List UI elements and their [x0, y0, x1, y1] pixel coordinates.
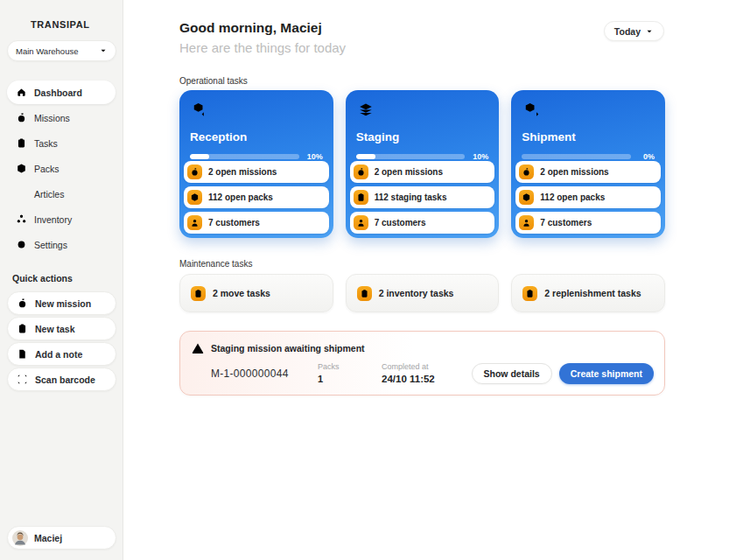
create-shipment-button[interactable]: Create shipment [559, 363, 654, 384]
stat-row-open-missions[interactable]: 2 open missions [350, 161, 495, 183]
sidebar-item-label: Tasks [34, 138, 58, 149]
replenishment-tasks-card[interactable]: 2 replenishment tasks [511, 274, 665, 312]
sidebar-nav: Dashboard Missions Tasks Packs Articles … [0, 80, 123, 256]
quick-action-label: New mission [35, 298, 91, 309]
progress-bar: 10% [356, 152, 489, 161]
stat-row-customers[interactable]: 7 customers [184, 212, 329, 234]
stat-row-open-packs[interactable]: 112 open packs [184, 186, 329, 208]
progress-track [356, 154, 466, 159]
sidebar-item-packs[interactable]: Packs [7, 157, 116, 180]
move-tasks-card[interactable]: 2 move tasks [179, 274, 333, 312]
period-selector[interactable]: Today [604, 21, 664, 41]
sidebar-item-missions[interactable]: Missions [7, 106, 116, 130]
stat-row-open-missions[interactable]: 2 open missions [515, 161, 661, 183]
user-name: Maciej [34, 533, 62, 543]
greeting-title: Good morning, Maciej [179, 20, 346, 36]
customer-icon [354, 215, 368, 230]
page-header: Good morning, Maciej Here are the things… [179, 20, 346, 55]
mission-icon [354, 164, 368, 179]
maintenance-label: 2 replenishment tasks [544, 288, 641, 298]
stat-label: 112 open packs [208, 192, 273, 202]
greeting-subtitle: Here are the things for today [179, 40, 346, 55]
sidebar-item-label: Settings [34, 240, 67, 250]
sidebar-item-inventory[interactable]: Inventory [7, 207, 116, 231]
card-title: Reception [190, 130, 323, 144]
progress-percent: 0% [637, 152, 655, 161]
stat-row-customers[interactable]: 7 customers [515, 212, 661, 234]
completed-at-value: 24/10 11:52 [382, 374, 435, 384]
stat-label: 2 open missions [208, 167, 277, 177]
packs-field: Packs 1 [318, 362, 382, 384]
sidebar-item-label: Missions [34, 113, 70, 123]
stat-label: 7 customers [375, 218, 426, 228]
barcode-icon [17, 374, 28, 385]
stat-row-open-packs[interactable]: 112 open packs [515, 186, 661, 208]
brand-name: TRANSIPAL [31, 19, 90, 30]
mission-icon [16, 112, 27, 123]
settings-icon [16, 239, 27, 250]
avatar [12, 530, 28, 546]
customer-icon [187, 215, 202, 230]
sidebar: TRANSIPAL Main Warehouse Dashboard Missi… [0, 0, 123, 560]
packs-value: 1 [318, 374, 382, 384]
pack-icon [187, 190, 202, 205]
customer-icon [519, 215, 534, 230]
sidebar-item-settings[interactable]: Settings [7, 233, 116, 256]
pack-icon [16, 163, 27, 174]
staging-alert-card: Staging mission awaiting shipment M-1-00… [179, 331, 665, 396]
task-icon [191, 286, 206, 301]
progress-fill [356, 154, 375, 159]
articles-icon [16, 188, 27, 200]
mission-icon [187, 164, 202, 179]
sidebar-item-label: Packs [34, 164, 60, 174]
mission-icon [519, 164, 534, 179]
add-note-button[interactable]: Add a note [7, 342, 116, 366]
layers-icon [356, 101, 375, 120]
sidebar-item-dashboard[interactable]: Dashboard [7, 80, 116, 104]
stat-label: 2 open missions [375, 167, 443, 177]
quick-actions-heading: Quick actions [12, 273, 123, 284]
sidebar-item-articles[interactable]: Articles [7, 182, 116, 206]
quick-action-label: Scan barcode [35, 374, 95, 385]
new-mission-button[interactable]: New mission [7, 291, 116, 315]
alert-title: Staging mission awaiting shipment [211, 343, 365, 354]
task-icon [354, 190, 368, 205]
sidebar-item-label: Articles [34, 189, 64, 200]
scan-barcode-button[interactable]: Scan barcode [7, 368, 116, 391]
chevron-down-icon [99, 46, 108, 55]
progress-track [522, 154, 631, 159]
sidebar-item-label: Inventory [34, 214, 72, 225]
operational-section-heading: Operational tasks [179, 76, 248, 86]
progress-percent: 10% [471, 152, 488, 161]
quick-action-label: Add a note [35, 349, 82, 360]
stat-label: 7 customers [540, 218, 592, 228]
card-title: Staging [356, 130, 489, 144]
warning-icon [191, 341, 205, 355]
sidebar-item-tasks[interactable]: Tasks [7, 131, 116, 155]
progress-bar: 0% [522, 152, 655, 161]
sidebar-item-label: Dashboard [34, 88, 82, 98]
warehouse-selector[interactable]: Main Warehouse [7, 40, 116, 61]
box-in-icon [190, 101, 209, 120]
quick-action-label: New task [35, 324, 75, 334]
progress-bar: 10% [190, 152, 323, 161]
show-details-button[interactable]: Show details [472, 363, 552, 384]
new-task-button[interactable]: New task [7, 317, 116, 340]
shipment-card: Shipment 0% 2 open missions 112 open pac… [511, 90, 665, 238]
staging-card: Staging 10% 2 open missions 112 staging … [346, 90, 500, 238]
stat-row-staging-tasks[interactable]: 112 staging tasks [350, 186, 495, 208]
reception-card: Reception 10% 2 open missions 112 open p… [179, 90, 333, 238]
mission-id: M-1-000000044 [211, 368, 318, 380]
operational-cards: Reception 10% 2 open missions 112 open p… [179, 90, 665, 234]
mission-icon [17, 298, 28, 309]
progress-track [190, 154, 299, 159]
inventory-tasks-card[interactable]: 2 inventory tasks [346, 274, 500, 312]
warehouse-selector-value: Main Warehouse [16, 46, 78, 56]
stat-row-open-missions[interactable]: 2 open missions [184, 161, 329, 183]
user-menu[interactable]: Maciej [7, 526, 116, 550]
stat-label: 112 open packs [540, 192, 605, 202]
completed-at-field: Completed at 24/10 11:52 [382, 362, 435, 384]
task-icon [522, 286, 537, 301]
progress-percent: 10% [305, 152, 323, 161]
stat-row-customers[interactable]: 7 customers [350, 212, 495, 234]
